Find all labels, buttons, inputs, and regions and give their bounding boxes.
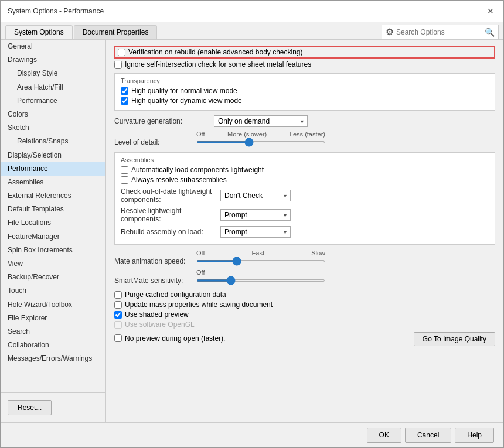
ignore-checkbox-row: Ignore self-intersection check for some …: [114, 60, 495, 69]
verification-checkbox[interactable]: [118, 49, 125, 56]
sidebar-item-file-explorer[interactable]: File Explorer: [1, 312, 105, 325]
purge-checkbox[interactable]: [114, 291, 122, 299]
sidebar-item-search[interactable]: Search: [1, 325, 105, 338]
sidebar-item-display-selection[interactable]: Display/Selection: [1, 149, 105, 162]
curvature-label: Curvature generation:: [114, 117, 214, 125]
sidebar-item-backup-recover[interactable]: Backup/Recover: [1, 271, 105, 284]
sidebar-item-area-hatch[interactable]: Area Hatch/Fill: [1, 81, 105, 94]
sidebar-item-file-locations[interactable]: File Locations: [1, 216, 105, 230]
always-resolve-label: Always resolve subassemblies: [131, 176, 227, 184]
rebuild-assembly-dropdown[interactable]: Prompt ▾: [220, 226, 291, 238]
auto-load-row: Automatically load components lightweigh…: [121, 166, 489, 174]
resolve-lightweight-dropdown[interactable]: Prompt ▾: [220, 209, 291, 221]
sidebar-item-collaboration[interactable]: Collaboration: [1, 338, 105, 352]
sidebar-item-feature-manager[interactable]: FeatureManager: [1, 230, 105, 244]
footer: OK Cancel Help: [1, 422, 503, 447]
smartmate-container: Off SmartMate sensitivity:: [114, 269, 495, 285]
lod-label: Level of detail:: [114, 138, 196, 146]
smartmate-slider[interactable]: [196, 279, 325, 282]
use-shaded-row: Use shaded preview: [114, 310, 495, 319]
check-outofdate-value: Don't Check: [224, 191, 263, 200]
mate-fast-label: Fast: [252, 249, 264, 257]
check-outofdate-label: Check out-of-date lightweight components…: [121, 187, 220, 204]
sidebar-item-general[interactable]: General: [1, 40, 105, 53]
smartmate-off-label: Off: [196, 269, 205, 276]
high-quality-dynamic-checkbox[interactable]: [121, 97, 128, 105]
sidebar-item-display-style[interactable]: Display Style: [1, 67, 105, 80]
rebuild-assembly-label: Rebuild assembly on load:: [121, 228, 220, 236]
smartmate-row: SmartMate sensitivity:: [114, 276, 495, 285]
sidebar-item-relations-snaps[interactable]: Relations/Snaps: [1, 135, 105, 148]
sidebar-item-colors[interactable]: Colors: [1, 108, 105, 121]
dialog-title: System Options - Performance: [8, 7, 104, 15]
verification-label: Verification on rebuild (enable advanced…: [128, 48, 303, 56]
always-resolve-checkbox[interactable]: [121, 176, 128, 184]
curvature-row: Curvature generation: Only on demand ▾: [114, 115, 495, 127]
use-shaded-checkbox[interactable]: [114, 311, 122, 319]
sidebar-item-assemblies[interactable]: Assemblies: [1, 176, 105, 189]
mate-animation-row: Mate animation speed:: [114, 257, 495, 265]
mate-animation-container: Off Fast Slow Mate animation speed:: [114, 249, 495, 265]
sidebar-item-default-templates[interactable]: Default Templates: [1, 203, 105, 216]
lod-less-label: Less (faster): [290, 131, 325, 138]
sidebar-item-sketch[interactable]: Sketch: [1, 121, 105, 135]
help-button[interactable]: Help: [455, 428, 494, 443]
resolve-lightweight-arrow: ▾: [284, 212, 287, 218]
transparency-title: Transparency: [121, 77, 489, 84]
search-input[interactable]: [396, 28, 485, 36]
go-to-image-quality-button[interactable]: Go To Image Quality: [414, 332, 495, 346]
high-quality-normal-label: High quality for normal view mode: [131, 87, 237, 95]
ignore-checkbox[interactable]: [114, 61, 122, 69]
sidebar-item-touch[interactable]: Touch: [1, 284, 105, 297]
rebuild-assembly-value: Prompt: [224, 228, 247, 236]
gear-icon: ⚙: [386, 26, 394, 37]
lod-slider[interactable]: [196, 141, 325, 143]
sidebar-item-hole-wizard[interactable]: Hole Wizard/Toolbox: [1, 298, 105, 312]
ok-button[interactable]: OK: [367, 428, 401, 443]
sidebar-list: General Drawings Display Style Area Hatc…: [1, 40, 105, 392]
mate-animation-slider[interactable]: [196, 260, 325, 262]
close-button[interactable]: ✕: [485, 5, 496, 17]
tab-system-options[interactable]: System Options: [5, 25, 73, 39]
cancel-button[interactable]: Cancel: [405, 428, 451, 443]
check-outofdate-row: Check out-of-date lightweight components…: [121, 187, 489, 204]
sidebar-item-drawings[interactable]: Drawings: [1, 53, 105, 67]
verification-checkbox-row: Verification on rebuild (enable advanced…: [114, 46, 495, 59]
mate-animation-label: Mate animation speed:: [114, 257, 196, 265]
use-software-checkbox[interactable]: [114, 321, 122, 329]
left-panel: General Drawings Display Style Area Hatc…: [1, 40, 106, 422]
use-shaded-label: Use shaded preview: [125, 310, 189, 319]
main-content: General Drawings Display Style Area Hatc…: [1, 40, 503, 422]
curvature-dropdown[interactable]: Only on demand ▾: [214, 115, 308, 127]
reset-button[interactable]: Reset...: [8, 400, 52, 415]
no-preview-checkbox[interactable]: [114, 334, 122, 342]
always-resolve-row: Always resolve subassemblies: [121, 176, 489, 184]
bottom-checkboxes: Purge cached configuration data Update m…: [114, 290, 495, 346]
sidebar-item-external-references[interactable]: External References: [1, 189, 105, 203]
assemblies-title: Assemblies: [121, 156, 489, 163]
resolve-lightweight-value: Prompt: [224, 211, 247, 219]
purge-label: Purge cached configuration data: [125, 290, 226, 299]
sidebar-item-messages-errors[interactable]: Messages/Errors/Warnings: [1, 352, 105, 365]
use-software-label: Use software OpenGL: [125, 320, 195, 329]
rebuild-assembly-row: Rebuild assembly on load: Prompt ▾: [121, 226, 489, 238]
ignore-label: Ignore self-intersection check for some …: [125, 60, 311, 69]
search-box[interactable]: ⚙ 🔍: [382, 25, 499, 39]
sidebar-item-view[interactable]: View: [1, 257, 105, 271]
curvature-value: Only on demand: [218, 117, 270, 125]
lod-off-label: Off: [196, 131, 205, 138]
check-outofdate-dropdown[interactable]: Don't Check ▾: [220, 190, 291, 201]
resolve-lightweight-row: Resolve lightweight components: Prompt ▾: [121, 207, 489, 223]
high-quality-dynamic-label: High quality for dynamic view mode: [131, 97, 242, 105]
auto-load-label: Automatically load components lightweigh…: [131, 166, 264, 174]
update-mass-row: Update mass properties while saving docu…: [114, 300, 495, 309]
check-outofdate-arrow: ▾: [284, 193, 287, 199]
tab-document-properties[interactable]: Document Properties: [74, 25, 158, 39]
sidebar-item-performance[interactable]: Performance: [1, 162, 105, 176]
high-quality-normal-checkbox[interactable]: [121, 87, 128, 95]
auto-load-checkbox[interactable]: [121, 166, 128, 174]
update-mass-checkbox[interactable]: [114, 301, 122, 309]
sidebar-item-drawings-performance[interactable]: Performance: [1, 94, 105, 108]
sidebar-item-spin-box[interactable]: Spin Box Increments: [1, 244, 105, 257]
no-preview-row: No preview during open (faster). Go To I…: [114, 332, 495, 346]
